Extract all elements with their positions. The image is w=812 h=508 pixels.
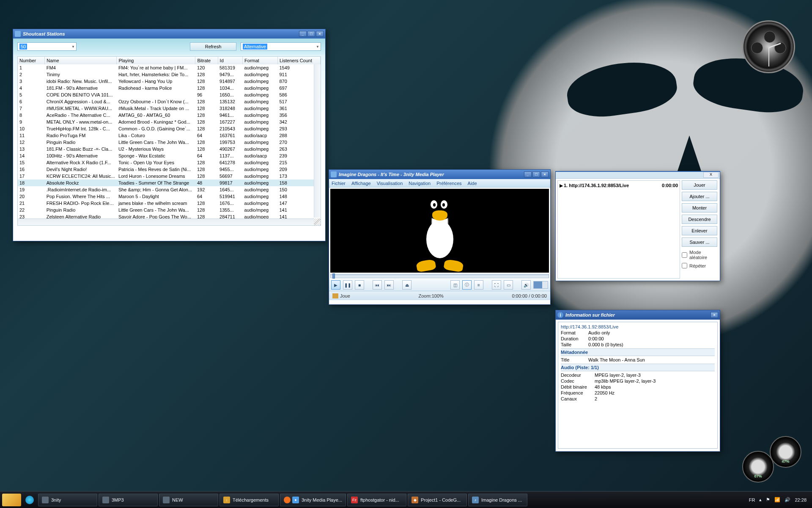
minimize-button[interactable]: _ xyxy=(524,171,532,177)
titlebar[interactable]: Imagine Dragons - It's Time - 3nity Medi… xyxy=(329,170,550,179)
close-button[interactable]: × xyxy=(710,312,718,318)
horizontal-scrollbar[interactable] xyxy=(18,218,314,225)
system-tray[interactable]: FR ▴ ⚑ 📶 🔊 22:28 xyxy=(749,497,810,502)
resize-grip[interactable] xyxy=(314,218,321,225)
titlebar[interactable]: i Information sur fichier × xyxy=(556,310,720,320)
column-header[interactable]: Id xyxy=(218,57,242,64)
table-row[interactable]: 18Absolute RockzToadies - Summer Of The … xyxy=(18,179,321,186)
eject-button[interactable]: ⏏ xyxy=(402,280,411,290)
vertical-scrollbar[interactable] xyxy=(314,64,321,218)
close-button[interactable]: × xyxy=(541,171,549,177)
table-row[interactable]: 6ChroniX Aggression - Loud &...Ozzy Osbo… xyxy=(18,98,321,105)
close-button[interactable]: × xyxy=(316,31,324,37)
table-row[interactable]: 19.RadioimInternet.de Radio-im...She &am… xyxy=(18,186,321,193)
table-row[interactable]: 4181.FM - 90's AlternativeRadiohead - ka… xyxy=(18,85,321,91)
shuffle-input[interactable] xyxy=(682,252,687,258)
clock-gadget[interactable] xyxy=(742,20,795,73)
refresh-button[interactable]: Refresh xyxy=(190,42,236,51)
language-indicator[interactable]: FR xyxy=(749,497,755,502)
table-row[interactable]: 21FRESH RADIO- Pop Rock Elec...james bla… xyxy=(18,200,321,207)
pause-button[interactable]: ❚❚ xyxy=(343,280,352,290)
menu-item[interactable]: Navigation xyxy=(409,181,431,186)
osd-button[interactable]: ◫ xyxy=(450,280,460,290)
column-header[interactable]: Listeners Count xyxy=(277,57,320,64)
play-button[interactable]: Jouer xyxy=(682,180,717,190)
limit-dropdown[interactable]: 50 ▼ xyxy=(17,42,77,51)
flag-icon[interactable]: ⚑ xyxy=(766,497,770,502)
stations-table[interactable]: NumberNamePlayingBitrateIdFormatListener… xyxy=(18,57,321,220)
table-row[interactable]: 1FM4FM4: You`re at home baby | FM...1205… xyxy=(18,64,321,71)
table-row[interactable]: 7#MUSIK.METAL - WWW.RAU...#Musik.Metal -… xyxy=(18,105,321,112)
menu-item[interactable]: Préférences xyxy=(436,181,461,186)
info-button[interactable]: ⓘ xyxy=(462,280,472,290)
playlist-window[interactable]: X ▶1. http://174.36.1.92:8853/Live0:00:0… xyxy=(555,171,720,281)
fit-button[interactable]: ⛶ xyxy=(492,280,501,290)
taskbar[interactable]: 3nity3MP3NEW↓Téléchargements●3nity Media… xyxy=(0,491,812,508)
table-row[interactable]: 22Pinguin RadioLittle Green Cars - The J… xyxy=(18,207,321,213)
taskbar-item[interactable]: ◆Project1 - CodeG... xyxy=(408,494,467,506)
media-player-window[interactable]: Imagine Dragons - It's Time - 3nity Medi… xyxy=(329,169,551,305)
network-icon[interactable]: 📶 xyxy=(774,497,780,502)
table-row[interactable]: 2TinimyHart, hrter, Hamsterkeks: Die To.… xyxy=(18,71,321,78)
titlebar[interactable]: Shoutcast Stations _ □ × xyxy=(13,29,325,39)
column-header[interactable]: Bitrate xyxy=(195,57,218,64)
table-row[interactable]: 14100Hitz - 90's AlternativeSponge - Wax… xyxy=(18,152,321,159)
volume-button[interactable]: 🔊 xyxy=(521,280,531,290)
column-header[interactable]: Format xyxy=(243,57,278,64)
menu-item[interactable]: Aide xyxy=(468,181,477,186)
table-row[interactable]: 3idobi Radio: New. Music. Unfil...Yellow… xyxy=(18,78,321,85)
table-row[interactable]: 5COPE DON BENITO VVA 101...961650...audi… xyxy=(18,91,321,98)
table-row[interactable]: 13181.FM - Classic Buzz -=- Cla...U2 - M… xyxy=(18,146,321,152)
seek-thumb[interactable] xyxy=(332,273,335,279)
maximize-button[interactable]: □ xyxy=(307,31,315,37)
fullscreen-button[interactable]: ▭ xyxy=(504,280,513,290)
add-button[interactable]: Ajouter ... xyxy=(682,192,717,201)
stop-button[interactable]: ■ xyxy=(355,280,364,290)
clock-text[interactable]: 22:28 xyxy=(795,497,807,502)
table-row[interactable]: 12Pinguin RadioLittle Green Cars - The J… xyxy=(18,139,321,146)
shuffle-checkbox[interactable]: Mode aléatoire xyxy=(682,250,717,260)
taskbar-item[interactable]: ●3nity Media Playe... xyxy=(280,494,346,506)
volume-icon[interactable]: 🔊 xyxy=(785,497,790,502)
move-up-button[interactable]: Monter xyxy=(682,203,717,213)
taskbar-item[interactable]: ♪Imagine Dragons ... xyxy=(468,494,527,506)
playlist-item[interactable]: ▶1. http://174.36.1.92:8853/Live0:00:00 xyxy=(560,182,678,189)
previous-button[interactable]: ⏮ xyxy=(373,280,382,290)
table-row[interactable]: 11Radio ProTuga FMLika - Coturo64163761a… xyxy=(18,132,321,139)
move-down-button[interactable]: Descendre xyxy=(682,215,717,224)
volume-slider[interactable] xyxy=(533,281,548,289)
repeat-checkbox[interactable]: Répéter xyxy=(682,263,717,268)
column-header[interactable]: Playing xyxy=(117,57,195,64)
column-header[interactable]: Number xyxy=(18,57,45,64)
table-row[interactable]: 10TrueHipHop.FM Int. 128k - C...Common -… xyxy=(18,125,321,132)
play-button[interactable]: ▶ xyxy=(331,280,340,290)
start-button[interactable] xyxy=(2,494,21,506)
taskbar-item[interactable]: NEW xyxy=(159,494,218,506)
table-row[interactable]: 15Alternative Rock X Radio (1.F...Tonic … xyxy=(18,159,321,166)
taskbar-item[interactable]: ↓Téléchargements xyxy=(219,494,279,506)
save-button[interactable]: Sauver ... xyxy=(682,237,717,247)
playlist-button[interactable]: ≡ xyxy=(474,280,483,290)
seek-slider[interactable] xyxy=(330,274,549,278)
column-header[interactable]: Name xyxy=(45,57,117,64)
tray-chevron-icon[interactable]: ▴ xyxy=(759,497,762,502)
menu-item[interactable]: Affichage xyxy=(351,181,371,186)
fileinfo-window[interactable]: i Information sur fichier × http://174.3… xyxy=(555,310,720,452)
menu-item[interactable]: Visualisation xyxy=(377,181,403,186)
playlist-list[interactable]: ▶1. http://174.36.1.92:8853/Live0:00:00 xyxy=(557,180,680,279)
cpu-gauge-gadget[interactable]: 07% xyxy=(742,451,774,483)
video-area[interactable] xyxy=(330,189,549,273)
maximize-button[interactable]: □ xyxy=(532,171,540,177)
table-row[interactable]: 8AceRadio - The Alternative C...AMTAG_60… xyxy=(18,112,321,119)
genre-dropdown[interactable]: Alternative ▼ xyxy=(241,42,321,51)
next-button[interactable]: ⏭ xyxy=(384,280,394,290)
taskbar-item[interactable]: 3MP3 xyxy=(99,494,158,506)
titlebar[interactable]: X xyxy=(556,172,720,179)
shoutcast-window[interactable]: Shoutcast Stations _ □ × 50 ▼ Refresh Al… xyxy=(13,29,326,241)
close-button[interactable]: X xyxy=(703,172,719,178)
taskbar-item[interactable]: Fzftphostgator - nid... xyxy=(347,494,406,506)
table-row[interactable]: 20Pop Fusion. Where The Hits ...Maroon 5… xyxy=(18,193,321,200)
taskbar-item[interactable]: 3nity xyxy=(38,494,97,506)
table-row[interactable]: 16Devil's Night Radio!Patricia - Mes Rev… xyxy=(18,166,321,173)
table-row[interactable]: 9METAL ONLY - www.metal-on...Adorned Bro… xyxy=(18,119,321,125)
